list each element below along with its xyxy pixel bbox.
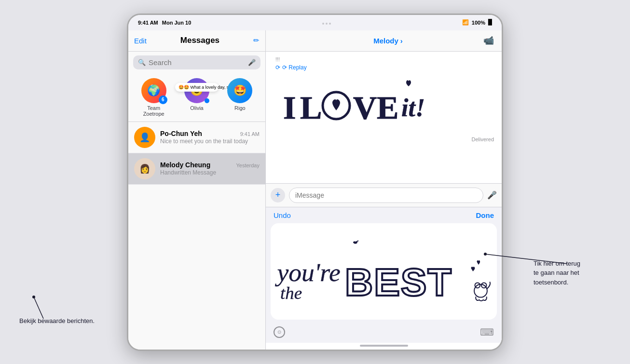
conv-name-po: Po-Chun Yeh (160, 130, 202, 137)
pinned-name-team: Team Zoetrope (137, 105, 171, 117)
svg-text:you're: you're (274, 258, 341, 287)
input-mic-icon[interactable]: 🎤 (487, 190, 497, 200)
battery-label: 100% (472, 20, 485, 26)
done-button[interactable]: Done (476, 211, 494, 219)
svg-point-12 (484, 253, 487, 256)
chat-header: Melody › 📹 (266, 30, 502, 52)
mic-icon[interactable]: 🎤 (248, 59, 256, 66)
wifi-icon: 📶 (462, 19, 469, 26)
pinned-item-rigo[interactable]: 🤩 Rigo (223, 78, 257, 117)
svg-line-11 (485, 254, 567, 264)
sidebar-header: Edit Messages ✏ (128, 30, 265, 52)
edit-button[interactable]: Edit (134, 37, 147, 45)
chat-messages: !!! ⟳ ⟳ Replay I L (266, 52, 502, 183)
love-it-message: I L VE it! (274, 73, 457, 135)
video-call-icon[interactable]: 📹 (483, 35, 494, 46)
compose-button[interactable]: ✏ (253, 36, 260, 45)
hw-canvas-svg: you're the BEST (271, 223, 497, 320)
conv-time-melody: Yesterday (236, 162, 260, 168)
chat-area: Melody › 📹 !!! ⟳ ⟳ Replay (266, 30, 502, 350)
conv-preview-melody: Handwritten Message (160, 169, 260, 176)
search-input[interactable] (149, 58, 245, 67)
bubble-indicator: !!! (275, 56, 307, 62)
pinned-avatar-rigo: 🤩 (227, 78, 252, 103)
conv-name-melody: Melody Cheung (160, 161, 210, 169)
ipad-frame: 9:41 AM Mon Jun 10 📶 100% ▉ Edit Message… (127, 13, 503, 351)
annotation-left: Bekijk bewaarde berichten. (19, 316, 116, 326)
pinned-name-olivia: Olivia (190, 105, 204, 111)
conv-avatar-po: 👤 (134, 127, 155, 148)
conv-time-po: 9:41 AM (240, 131, 260, 137)
bubble-olivia: 🤩🤩 What a lovely day, sunshine! (175, 83, 219, 92)
date: Mon Jun 10 (162, 20, 192, 26)
pinned-row: 🌍 6 Team Zoetrope 😎 🤩🤩 What a lovely day… (128, 73, 265, 122)
badge-team: 6 (159, 95, 167, 104)
hw-bottom: ⊙ ⌨ (266, 324, 502, 343)
svg-text:it!: it! (401, 94, 425, 121)
sidebar: Edit Messages ✏ 🔍 🎤 🌍 6 (128, 30, 266, 350)
home-indicator (360, 345, 408, 347)
annotation-left-line (29, 292, 87, 321)
conv-info-po: Po-Chun Yeh 9:41 AM Nice to meet you on … (160, 130, 260, 145)
pinned-avatar-team: 🌍 6 (141, 78, 166, 103)
replay-label: ⟳ Replay (282, 64, 307, 71)
svg-point-14 (32, 296, 35, 298)
pinned-item-olivia[interactable]: 😎 🤩🤩 What a lovely day, sunshine! Olivia (180, 78, 214, 117)
time: 9:41 AM (138, 20, 158, 26)
keyboard-button[interactable]: ⌨ (480, 326, 494, 338)
annotation-right: Tik hier om terug te gaan naar het toets… (534, 259, 620, 287)
svg-text:I: I (283, 89, 296, 126)
sidebar-title: Messages (180, 36, 219, 45)
conv-row-melody[interactable]: 👩 Melody Cheung Yesterday Handwritten Me… (128, 153, 265, 185)
plus-button[interactable]: + (271, 188, 285, 202)
love-it-svg: I L VE it! (274, 73, 457, 135)
chat-input-area: + 🎤 (266, 183, 502, 207)
chat-actions: 📹 (483, 35, 494, 46)
delivered-label: Delivered (274, 136, 494, 142)
handwriting-panel: Undo Done you're the BEST (266, 207, 502, 343)
search-icon: 🔍 (138, 59, 146, 66)
pinned-item-team[interactable]: 🌍 6 Team Zoetrope (137, 78, 171, 117)
incoming-hw-msg: !!! ⟳ ⟳ Replay (274, 56, 307, 71)
undo-button[interactable]: Undo (274, 211, 291, 219)
status-bar: 9:41 AM Mon Jun 10 📶 100% ▉ (128, 15, 502, 30)
conv-info-melody: Melody Cheung Yesterday Handwritten Mess… (160, 161, 260, 176)
imessage-input[interactable] (289, 188, 483, 203)
conv-row-po[interactable]: 👤 Po-Chun Yeh 9:41 AM Nice to meet you o… (128, 122, 265, 153)
chevron-icon: › (400, 37, 403, 45)
hw-toolbar: Undo Done (266, 207, 502, 223)
svg-text:VE: VE (353, 89, 398, 126)
chat-contact[interactable]: Melody › (373, 37, 403, 45)
conversation-list: 👤 Po-Chun Yeh 9:41 AM Nice to meet you o… (128, 122, 265, 350)
annotation-right-line (480, 244, 577, 283)
svg-text:BEST: BEST (345, 260, 452, 304)
search-bar[interactable]: 🔍 🎤 (133, 55, 260, 69)
svg-text:L: L (300, 89, 322, 126)
conv-preview-po: Nice to meet you on the trail today (160, 138, 260, 145)
conv-avatar-melody: 👩 (134, 158, 155, 179)
hw-canvas[interactable]: you're the BEST (271, 223, 497, 320)
battery-icon: ▉ (488, 19, 492, 26)
svg-point-8 (474, 284, 487, 297)
pinned-name-rigo: Rigo (234, 105, 246, 111)
contact-name: Melody (373, 37, 398, 45)
svg-line-13 (34, 297, 43, 319)
svg-text:the: the (280, 283, 302, 302)
clock-button[interactable]: ⊙ (274, 326, 285, 338)
replay-button[interactable]: ⟳ ⟳ Replay (275, 64, 307, 71)
